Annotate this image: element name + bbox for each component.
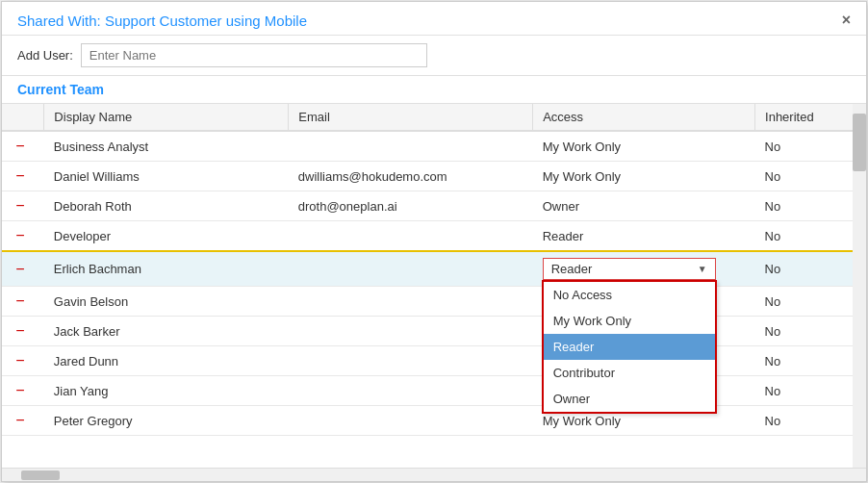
chevron-down-icon: ▼ <box>698 264 707 274</box>
remove-icon[interactable]: − <box>12 261 29 278</box>
access-dropdown[interactable]: Reader ▼ No Access My Work Only Reader C… <box>543 258 716 280</box>
dropdown-option-no-access[interactable]: No Access <box>544 282 715 308</box>
inherited-cell: No <box>755 162 866 191</box>
dropdown-option-owner[interactable]: Owner <box>544 386 715 412</box>
add-user-row: Add User: <box>2 36 866 76</box>
th-inherited: Inherited <box>755 104 866 131</box>
table-container: Display Name Email Access Inherited − Bu… <box>2 104 866 468</box>
access-value: Reader <box>551 262 593 276</box>
table-row: − Jared Dunn Reader No <box>2 346 866 376</box>
horizontal-scrollbar[interactable] <box>2 468 866 481</box>
inherited-cell: No <box>755 406 866 436</box>
name-cell: Jian Yang <box>44 376 289 406</box>
remove-cell: − <box>2 131 44 162</box>
dropdown-option-my-work-only[interactable]: My Work Only <box>544 308 715 334</box>
inherited-cell: No <box>755 317 866 346</box>
email-cell <box>289 287 533 317</box>
name-cell: Jared Dunn <box>44 346 289 376</box>
inherited-cell: No <box>755 221 866 252</box>
title-prefix: Shared With: <box>17 13 105 29</box>
th-remove <box>2 104 44 131</box>
modal-header: Shared With: Support Customer using Mobi… <box>2 2 866 36</box>
table-row: − Developer Reader No <box>2 221 866 252</box>
name-cell: Daniel Williams <box>44 162 289 191</box>
table-row: − Peter Gregory My Work Only No <box>2 406 866 436</box>
email-cell <box>289 376 533 406</box>
name-cell: Developer <box>44 221 289 252</box>
horizontal-scrollbar-thumb[interactable] <box>21 470 60 480</box>
remove-cell: − <box>2 346 44 376</box>
scrollbar-track[interactable] <box>853 104 866 468</box>
remove-cell: − <box>2 251 44 287</box>
email-cell: dwilliams@hokudemo.com <box>289 162 533 191</box>
remove-icon[interactable]: − <box>12 322 29 340</box>
email-cell <box>289 317 533 346</box>
email-cell <box>289 221 533 252</box>
inherited-cell: No <box>755 191 866 221</box>
inherited-cell: No <box>755 131 866 162</box>
inherited-cell: No <box>755 287 866 317</box>
inherited-cell: No <box>755 251 866 287</box>
remove-cell: − <box>2 376 44 406</box>
remove-icon[interactable]: − <box>12 412 29 429</box>
dropdown-option-reader[interactable]: Reader <box>544 334 715 360</box>
email-cell: droth@oneplan.ai <box>289 191 533 221</box>
name-cell: Gavin Belson <box>44 287 289 317</box>
email-cell <box>289 346 533 376</box>
remove-icon[interactable]: − <box>12 352 29 369</box>
access-dropdown-button[interactable]: Reader ▼ <box>543 258 716 280</box>
access-cell-dropdown: Reader ▼ No Access My Work Only Reader C… <box>533 251 755 287</box>
remove-icon[interactable]: − <box>12 138 29 155</box>
remove-icon[interactable]: − <box>12 197 29 215</box>
remove-cell: − <box>2 191 44 221</box>
name-cell: Deborah Roth <box>44 191 289 221</box>
access-cell: My Work Only <box>533 162 755 191</box>
remove-cell: − <box>2 317 44 346</box>
inherited-cell: No <box>755 376 866 406</box>
table-row: − Deborah Roth droth@oneplan.ai Owner No <box>2 191 866 221</box>
table-row: − Gavin Belson My Work Only No <box>2 287 866 317</box>
remove-icon[interactable]: − <box>12 382 29 399</box>
access-dropdown-menu: No Access My Work Only Reader Contributo… <box>542 280 717 414</box>
table-row: − Daniel Williams dwilliams@hokudemo.com… <box>2 162 866 191</box>
name-cell: Erlich Bachman <box>44 251 289 287</box>
remove-cell: − <box>2 287 44 317</box>
th-access: Access <box>533 104 755 131</box>
access-cell: Owner <box>533 191 755 221</box>
add-user-input[interactable] <box>81 43 427 67</box>
access-cell: My Work Only <box>533 131 755 162</box>
team-table: Display Name Email Access Inherited − Bu… <box>2 104 866 436</box>
th-name: Display Name <box>44 104 289 131</box>
email-cell <box>289 131 533 162</box>
modal-title: Shared With: Support Customer using Mobi… <box>17 13 307 29</box>
remove-icon[interactable]: − <box>12 292 29 310</box>
table-row: − Business Analyst My Work Only No <box>2 131 866 162</box>
remove-cell: − <box>2 162 44 191</box>
remove-cell: − <box>2 406 44 436</box>
modal: Shared With: Support Customer using Mobi… <box>1 1 867 482</box>
name-cell: Business Analyst <box>44 131 289 162</box>
th-email: Email <box>289 104 533 131</box>
name-cell: Jack Barker <box>44 317 289 346</box>
remove-cell: − <box>2 221 44 252</box>
table-header-row: Display Name Email Access Inherited <box>2 104 866 131</box>
inherited-cell: No <box>755 346 866 376</box>
dropdown-option-contributor[interactable]: Contributor <box>544 360 715 386</box>
table-row: − Erlich Bachman Reader ▼ No Access My W… <box>2 251 866 287</box>
section-title: Current Team <box>2 76 866 104</box>
add-user-label: Add User: <box>17 48 73 63</box>
email-cell <box>289 251 533 287</box>
table-row: − Jack Barker My Work Only No <box>2 317 866 346</box>
email-cell <box>289 406 533 436</box>
name-cell: Peter Gregory <box>44 406 289 436</box>
scrollbar-thumb[interactable] <box>853 114 866 171</box>
access-cell: Reader <box>533 221 755 252</box>
table-row: − Jian Yang My Work Only No <box>2 376 866 406</box>
remove-icon[interactable]: − <box>12 227 29 244</box>
remove-icon[interactable]: − <box>12 167 29 185</box>
title-link: Support Customer using Mobile <box>105 13 307 29</box>
close-button[interactable]: × <box>842 12 851 29</box>
